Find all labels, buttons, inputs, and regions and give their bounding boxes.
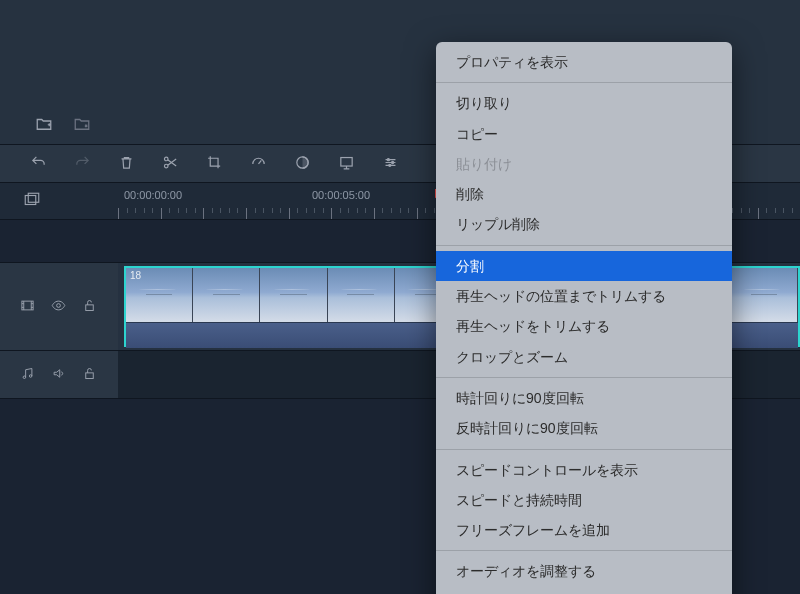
mute-icon[interactable] (51, 366, 66, 384)
svg-point-13 (29, 374, 32, 377)
clip-frame-number: 18 (130, 270, 141, 281)
ctx-trim-playhead[interactable]: 再生ヘッドをトリムする (436, 311, 732, 341)
add-folder-icon[interactable] (35, 115, 53, 136)
ctx-show-properties[interactable]: プロパティを表示 (436, 47, 732, 77)
undo-icon[interactable] (30, 154, 47, 174)
track-audio-icon (20, 366, 35, 384)
svg-point-5 (392, 161, 394, 163)
speed-icon[interactable] (250, 154, 267, 174)
ctx-crop-zoom[interactable]: クロップとズーム (436, 342, 732, 372)
svg-rect-14 (86, 372, 94, 378)
svg-point-6 (389, 164, 391, 166)
svg-point-10 (57, 303, 61, 307)
ctx-audio-adjust[interactable]: オーディオを調整する (436, 556, 732, 586)
visibility-icon[interactable] (51, 298, 66, 316)
svg-point-4 (387, 158, 389, 160)
lock-icon[interactable] (82, 366, 97, 384)
crop-icon[interactable] (206, 154, 223, 174)
audio-track-head (0, 351, 118, 398)
split-icon[interactable] (162, 154, 179, 174)
ctx-split[interactable]: 分割 (436, 251, 732, 281)
track-video-icon (20, 298, 35, 316)
svg-rect-7 (25, 195, 36, 204)
ctx-freeze-frame[interactable]: フリーズフレームを追加 (436, 515, 732, 545)
remove-folder-icon[interactable] (73, 115, 91, 136)
svg-rect-8 (28, 193, 39, 202)
ctx-rotate-cw[interactable]: 時計回りに90度回転 (436, 383, 732, 413)
fit-timeline-icon[interactable] (23, 191, 41, 212)
color-icon[interactable] (294, 154, 311, 174)
settings-icon[interactable] (382, 154, 399, 174)
ctx-copy[interactable]: コピー (436, 119, 732, 149)
lock-icon[interactable] (82, 298, 97, 316)
svg-rect-3 (341, 157, 352, 166)
timecode-label: 00:00:00:00 (124, 189, 182, 201)
ctx-delete[interactable]: 削除 (436, 179, 732, 209)
ctx-audio-detach[interactable]: オーディオを切り離す (436, 587, 732, 594)
svg-point-12 (23, 376, 26, 379)
video-track-head (0, 263, 118, 350)
ctx-speed-control[interactable]: スピードコントロールを表示 (436, 455, 732, 485)
context-menu: プロパティを表示 切り取り コピー 貼り付け 削除 リップル削除 分割 再生ヘッ… (436, 42, 732, 594)
timecode-label: 00:00:05:00 (312, 189, 370, 201)
ctx-cut[interactable]: 切り取り (436, 88, 732, 118)
redo-icon (74, 154, 91, 174)
ctx-paste: 貼り付け (436, 149, 732, 179)
trash-icon[interactable] (118, 154, 135, 174)
ctx-ripple-delete[interactable]: リップル削除 (436, 209, 732, 239)
ctx-rotate-ccw[interactable]: 反時計回りに90度回転 (436, 413, 732, 443)
greenscreen-icon[interactable] (338, 154, 355, 174)
svg-rect-11 (86, 304, 94, 310)
ctx-speed-duration[interactable]: スピードと持続時間 (436, 485, 732, 515)
ctx-trim-to-playhead[interactable]: 再生ヘッドの位置までトリムする (436, 281, 732, 311)
